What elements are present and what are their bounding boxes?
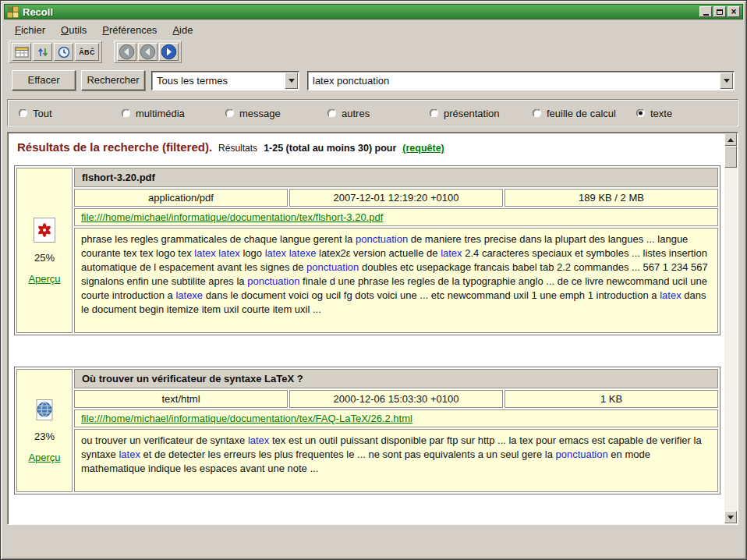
result-filename: Où trouver un vérificateur de syntaxe La…: [74, 369, 718, 388]
radio-feuille-de-calcul[interactable]: feuille de calcul: [533, 107, 616, 119]
result-date: 2000-12-06 15:03:30 +0100: [289, 390, 503, 408]
result-size: 189 KB / 2 MB: [504, 189, 718, 207]
term-explorer-icon: ÂBĈ: [79, 48, 94, 56]
previous-page-icon: [140, 44, 156, 60]
toolbar-group-nav: [114, 41, 182, 63]
result-side-panel: 25% Aperçu: [16, 168, 73, 333]
window-title: Recoll: [23, 6, 53, 18]
menu-aide[interactable]: Aide: [165, 23, 200, 37]
result-mime: text/html: [74, 390, 288, 408]
result-url-link[interactable]: file:///home/michael/informatique/docume…: [81, 413, 412, 424]
menu-preferences[interactable]: Préférences: [94, 23, 165, 37]
radio-icon[interactable]: [122, 108, 130, 117]
result-filename: flshort-3.20.pdf: [74, 168, 718, 187]
query-details-link[interactable]: (requête): [402, 143, 444, 154]
titlebar: Recoll ×: [4, 4, 743, 19]
result-mime: application/pdf: [74, 189, 288, 207]
result-abstract: ou trouver un verificateur de syntaxe la…: [74, 429, 718, 492]
chevron-down-icon: [289, 79, 295, 83]
query-input[interactable]: [311, 73, 717, 88]
first-page-icon: [119, 44, 135, 60]
first-page-button[interactable]: [117, 43, 136, 61]
scroll-up-icon: [728, 138, 734, 142]
results-list: Résultats de la recherche (filtered). Ré…: [9, 134, 724, 523]
radio-texte[interactable]: texte: [636, 107, 672, 119]
radio-tout[interactable]: Tout: [19, 107, 52, 119]
chevron-down-icon: [724, 79, 730, 83]
scroll-down-icon: [728, 516, 734, 519]
menubar: Fichier Outils Préférences Aide: [4, 22, 743, 38]
result-abstract: phrase les regles grammaticales de chaqu…: [74, 228, 718, 333]
sort-arrows-icon: [37, 46, 49, 58]
relevance-percent: 23%: [19, 431, 70, 442]
result-item: 25% Aperçu flshort-3.20.pdf application/…: [14, 165, 720, 335]
result-size: 1 KB: [504, 390, 718, 408]
radio-icon[interactable]: [533, 108, 541, 117]
scroll-up-button[interactable]: [724, 133, 737, 146]
search-button[interactable]: Rechercher: [81, 70, 145, 90]
toolbar: ÂBĈ: [4, 39, 743, 64]
history-button[interactable]: [54, 43, 73, 61]
next-page-button[interactable]: [159, 43, 179, 61]
preview-link[interactable]: Aperçu: [28, 273, 60, 285]
recoll-window: Recoll × Fichier Outils Préférences Aide: [0, 0, 747, 560]
app-icon: [7, 6, 19, 18]
results-count-prefix: Résultats: [218, 143, 257, 154]
result-side-panel: 23% Aperçu: [16, 369, 73, 492]
doc-history-button[interactable]: [12, 43, 31, 61]
preview-link[interactable]: Aperçu: [28, 452, 60, 463]
results-scrollbar[interactable]: [724, 133, 737, 523]
clear-button[interactable]: Effacer: [12, 70, 76, 90]
radio-icon[interactable]: [327, 108, 336, 117]
scrollbar-thumb[interactable]: [724, 146, 737, 168]
pdf-file-icon: [19, 217, 70, 243]
result-item: 23% Aperçu Où trouver un vérificateur de…: [14, 367, 720, 494]
results-pane: Résultats de la recherche (filtered). Ré…: [7, 132, 738, 525]
radio-multimedia[interactable]: multimédia: [122, 107, 185, 119]
term-explorer-button[interactable]: ÂBĈ: [75, 43, 99, 61]
toolbar-group-main: ÂBĈ: [9, 41, 102, 63]
radio-presentation[interactable]: présentation: [430, 107, 500, 119]
result-url-link[interactable]: file:///home/michael/informatique/docume…: [81, 211, 383, 223]
search-mode-dropdown-button[interactable]: [285, 73, 298, 89]
result-date: 2007-12-01 12:19:20 +0100: [289, 189, 503, 207]
results-count-range: 1-25 (total au moins 30) pour: [264, 143, 396, 154]
minimize-button[interactable]: [699, 6, 712, 17]
close-icon: ×: [731, 7, 736, 16]
search-mode-combobox[interactable]: Tous les termes: [151, 71, 299, 90]
category-filter-panel: Tout multimédia message autres présentat…: [7, 99, 738, 126]
html-file-icon: [19, 399, 70, 422]
clock-icon: [58, 46, 70, 58]
query-dropdown-button[interactable]: [720, 73, 733, 89]
radio-icon[interactable]: [636, 108, 645, 117]
radio-icon[interactable]: [430, 108, 438, 117]
relevance-percent: 25%: [19, 252, 70, 264]
menu-fichier[interactable]: Fichier: [7, 23, 53, 37]
next-page-icon: [161, 44, 177, 60]
results-title: Résultats de la recherche (filtered).: [17, 140, 212, 154]
radio-icon[interactable]: [19, 108, 27, 117]
minimize-icon: [703, 14, 709, 16]
results-header: Résultats de la recherche (filtered). Ré…: [17, 140, 724, 154]
previous-page-button[interactable]: [138, 43, 158, 61]
close-button[interactable]: ×: [728, 6, 740, 17]
menu-outils[interactable]: Outils: [53, 23, 94, 37]
radio-icon[interactable]: [225, 108, 234, 117]
maximize-icon: [717, 9, 723, 15]
scroll-down-button[interactable]: [724, 511, 737, 523]
search-mode-value: Tous les termes: [157, 72, 283, 90]
doc-table-icon: [15, 46, 29, 58]
radio-autres[interactable]: autres: [327, 107, 370, 119]
query-combobox[interactable]: [307, 71, 735, 90]
radio-message[interactable]: message: [225, 107, 281, 119]
maximize-button[interactable]: [713, 6, 726, 17]
sort-by-date-button[interactable]: [33, 43, 52, 61]
